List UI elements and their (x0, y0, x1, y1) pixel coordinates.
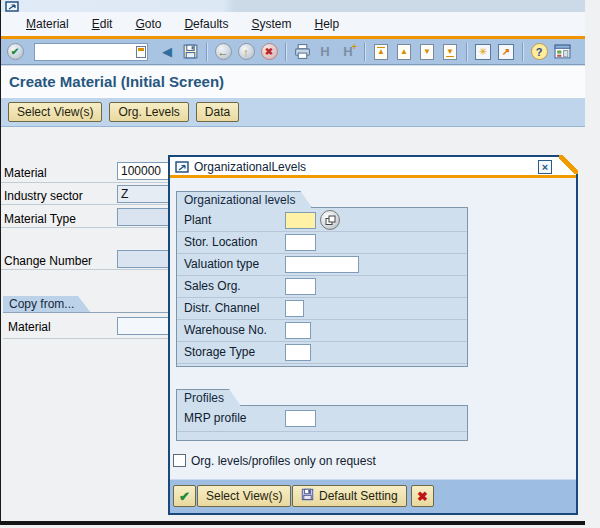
warehouse-no-label: Warehouse No. (184, 323, 267, 337)
storage-location-field[interactable] (285, 234, 316, 251)
org-levels-group-box: Plant Stor. Location Valuation type Sale… (176, 207, 468, 367)
valuation-type-field[interactable] (285, 256, 359, 273)
mrp-profile-label: MRP profile (184, 411, 246, 425)
storage-type-field[interactable] (285, 344, 311, 361)
copy-from-group-border (3, 312, 172, 313)
org-levels-group-tab: Organizational levels (176, 191, 312, 208)
plant-field[interactable] (285, 212, 316, 229)
standard-toolbar: ✔ ◀ ← ↑ ✖ H H+ ▲ ▲ ▼ ▼ ✳ ↗ ? (1, 39, 585, 65)
material-field[interactable]: 100000 (117, 162, 173, 180)
org-levels-on-request-label: Org. levels/profiles only on request (191, 454, 376, 468)
distr-channel-field[interactable] (285, 300, 304, 317)
menu-goto[interactable]: Goto (130, 15, 166, 33)
print-icon[interactable] (292, 42, 312, 62)
dialog-footer: ✔ Select View(s) Default Setting ✖ (170, 479, 576, 513)
menu-bar: Material Edit Goto Defaults System Help (1, 12, 585, 36)
storage-type-label: Storage Type (184, 345, 255, 359)
change-number-label: Change Number (4, 254, 92, 268)
industry-sector-field[interactable]: Z (117, 185, 173, 203)
profiles-group-box: MRP profile (176, 405, 468, 441)
plant-row: Plant (177, 210, 467, 232)
toolbar-separator (364, 43, 365, 61)
storage-type-row: Storage Type (177, 342, 467, 364)
value-help-icon[interactable] (320, 210, 340, 230)
find-next-icon[interactable]: H+ (338, 42, 358, 62)
command-field[interactable] (34, 43, 148, 61)
exit-up-icon[interactable]: ↑ (236, 42, 256, 62)
dialog-close-icon[interactable]: × (538, 160, 552, 174)
save-icon[interactable] (180, 42, 200, 62)
enter-icon[interactable]: ✔ (5, 42, 25, 62)
application-toolbar: Select View(s) Org. Levels Data (1, 97, 585, 127)
continue-button[interactable]: ✔ (173, 485, 196, 507)
toolbar-separator (285, 43, 286, 61)
row-separator (3, 338, 172, 339)
storage-location-label: Stor. Location (184, 235, 257, 249)
row-separator (1, 269, 172, 270)
dialog-title-bar[interactable]: OrganizationalLevels × (170, 157, 576, 178)
profiles-group-tab: Profiles (176, 389, 241, 406)
last-page-icon[interactable]: ▼ (440, 42, 460, 62)
first-page-icon[interactable]: ▲ (371, 42, 391, 62)
toolbar-separator (522, 43, 523, 61)
save-disk-icon (301, 488, 314, 504)
default-setting-button[interactable]: Default Setting (292, 485, 407, 507)
dialog-cancel-button[interactable]: ✖ (411, 485, 434, 507)
menu-help[interactable]: Help (309, 15, 344, 33)
new-session-icon[interactable]: ✳ (473, 42, 493, 62)
customize-layout-icon[interactable] (552, 42, 572, 62)
menu-system[interactable]: System (246, 15, 296, 33)
menu-edit[interactable]: Edit (87, 15, 118, 33)
material-type-label: Material Type (4, 212, 76, 226)
sales-org-row: Sales Org. (177, 276, 467, 298)
industry-sector-label: Industry sector (4, 189, 83, 203)
cancel-icon[interactable]: ✖ (259, 42, 279, 62)
dialog-select-views-button[interactable]: Select View(s) (197, 485, 291, 507)
distr-channel-row: Distr. Channel (177, 298, 467, 320)
row-separator (1, 182, 172, 183)
change-number-field[interactable] (117, 250, 173, 268)
warehouse-no-row: Warehouse No. (177, 320, 467, 342)
valuation-type-row: Valuation type (177, 254, 467, 276)
row-separator (1, 204, 172, 205)
sales-org-label: Sales Org. (184, 279, 241, 293)
storage-location-row: Stor. Location (177, 232, 467, 254)
command-history-icon[interactable] (136, 46, 146, 58)
row-separator (1, 227, 172, 228)
find-icon[interactable]: H (315, 42, 335, 62)
menu-defaults[interactable]: Defaults (179, 15, 233, 33)
toolbar-separator (206, 43, 207, 61)
copy-from-group-header: Copy from... (3, 296, 91, 313)
default-setting-label: Default Setting (319, 489, 398, 503)
org-levels-button[interactable]: Org. Levels (109, 102, 188, 122)
command-input[interactable] (34, 43, 148, 61)
org-levels-on-request-checkbox[interactable] (173, 454, 186, 467)
distr-channel-label: Distr. Channel (184, 301, 259, 315)
dialog-window-icon (175, 161, 190, 176)
copy-from-material-field[interactable] (117, 317, 173, 335)
dialog-corner-cut (559, 155, 578, 174)
mrp-profile-field[interactable] (285, 410, 316, 427)
exit-back-icon[interactable]: ← (213, 42, 233, 62)
select-views-button[interactable]: Select View(s) (8, 102, 102, 122)
material-label: Material (4, 166, 47, 180)
material-type-field[interactable] (117, 208, 173, 226)
plant-label: Plant (184, 213, 211, 227)
toolbar-separator (466, 43, 467, 61)
mrp-profile-row: MRP profile (177, 408, 467, 432)
window-title-strip (1, 0, 585, 12)
page-up-icon[interactable]: ▲ (394, 42, 414, 62)
back-icon[interactable]: ◀ (157, 42, 177, 62)
help-icon[interactable]: ? (529, 42, 549, 62)
data-button[interactable]: Data (196, 102, 239, 122)
page-down-icon[interactable]: ▼ (417, 42, 437, 62)
warehouse-no-field[interactable] (285, 322, 311, 339)
sales-org-field[interactable] (285, 278, 316, 295)
organizational-levels-dialog: OrganizationalLevels × Organizational le… (168, 155, 578, 515)
sap-gui-window: Material Edit Goto Defaults System Help … (0, 0, 600, 528)
create-shortcut-icon[interactable]: ↗ (496, 42, 516, 62)
menu-material[interactable]: Material (21, 15, 74, 33)
copy-from-material-label: Material (8, 320, 51, 334)
page-title: Create Material (Initial Screen) (9, 73, 224, 90)
screen-header: Create Material (Initial Screen) (1, 65, 585, 97)
